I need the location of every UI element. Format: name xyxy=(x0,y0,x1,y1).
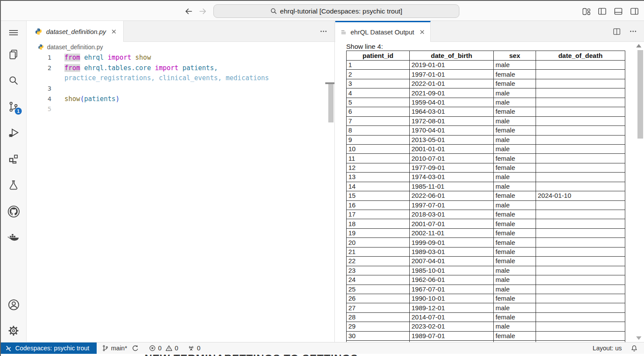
output-more-actions-button[interactable] xyxy=(628,27,638,36)
table-cell: male xyxy=(494,303,536,312)
table-cell: 2023-02-01 xyxy=(410,322,494,331)
radio-tower-icon xyxy=(188,345,195,352)
webview-scrollbar[interactable] xyxy=(637,50,643,139)
sidebar-item-source-control[interactable]: 1 xyxy=(7,100,20,113)
layout-indicator[interactable]: Layout: us xyxy=(593,342,622,354)
toggle-secondary-sidebar-button[interactable] xyxy=(629,6,640,17)
table-cell: 1989-12-01 xyxy=(410,303,494,312)
tab-dataset-definition[interactable]: dataset_definition.py xyxy=(27,21,124,42)
python-icon xyxy=(35,28,42,35)
editor-more-actions-button[interactable] xyxy=(319,27,328,36)
customize-layout-icon xyxy=(582,7,591,16)
table-cell: 17 xyxy=(347,210,410,219)
table-cell: 18 xyxy=(347,219,410,228)
scm-badge: 1 xyxy=(15,108,22,115)
bottom-clipped-strip: NEW TERMINAL SETTINGS TO SETTINGS xyxy=(0,354,644,356)
tab-close-button[interactable] xyxy=(110,27,118,35)
settings-button[interactable] xyxy=(7,324,20,337)
code-lines: 1from ehrql import show2from ehrql.table… xyxy=(27,53,334,115)
table-row: 112010-07-01female xyxy=(347,154,625,163)
table-cell xyxy=(536,200,625,210)
table-cell: 28 xyxy=(347,312,410,322)
table-row: 51959-04-01male xyxy=(347,98,625,107)
sidebar-item-docker[interactable] xyxy=(7,231,20,244)
table-cell: 21 xyxy=(347,247,410,256)
scrollbar-down-arrow[interactable] xyxy=(636,336,641,340)
table-cell: 27 xyxy=(347,303,410,312)
table-cell xyxy=(536,88,625,98)
sidebar-item-github[interactable] xyxy=(7,205,20,218)
column-header: date_of_death xyxy=(536,51,625,61)
application-menu-button[interactable] xyxy=(7,26,20,39)
sync-status[interactable] xyxy=(131,342,138,354)
forward-button[interactable] xyxy=(197,7,208,16)
table-cell xyxy=(536,266,625,275)
ellipsis-icon xyxy=(629,27,637,35)
table-row: 131974-03-01male xyxy=(347,173,625,182)
notifications-bell[interactable] xyxy=(631,342,638,354)
sidebar-item-extensions[interactable] xyxy=(7,153,20,166)
branch-status[interactable]: main* xyxy=(102,342,127,354)
table-cell: 2002-11-01 xyxy=(410,228,494,237)
table-cell: female xyxy=(494,294,536,303)
output-tab-close-button[interactable] xyxy=(418,28,426,36)
table-cell xyxy=(536,322,625,331)
layout-controls xyxy=(581,6,640,17)
table-cell: male xyxy=(494,88,536,98)
gear-icon xyxy=(7,325,20,337)
back-button[interactable] xyxy=(183,7,194,16)
line-text: practice_registrations, clinical_events,… xyxy=(64,73,269,84)
toggle-panel-button[interactable] xyxy=(613,6,624,17)
command-center[interactable]: ehrql-tutorial [Codespaces: psychic trou… xyxy=(213,4,459,18)
table-cell: 1999-09-01 xyxy=(410,238,494,247)
tab-ehrql-output[interactable]: ehrQL Dataset Output xyxy=(335,21,431,42)
table-cell: 15 xyxy=(347,191,410,200)
table-row: 251967-07-01male xyxy=(347,285,625,294)
table-row: 222007-04-01female xyxy=(347,257,625,266)
toggle-primary-sidebar-button[interactable] xyxy=(597,6,607,17)
table-cell: 2001-07-01 xyxy=(410,219,494,228)
table-row: 282014-07-01female xyxy=(347,312,625,322)
layout-label: Layout: us xyxy=(593,345,622,352)
ports-status[interactable]: 0 xyxy=(188,342,200,354)
table-cell xyxy=(536,154,625,163)
accounts-button[interactable] xyxy=(7,298,20,311)
table-header-row: patient_iddate_of_birthsexdate_of_death xyxy=(347,51,625,61)
table-cell: 1985-11-01 xyxy=(410,182,494,191)
table-cell: 2022-01-01 xyxy=(410,79,494,88)
sidebar-item-search[interactable] xyxy=(7,74,20,87)
table-cell xyxy=(536,228,625,237)
scrollbar-up-arrow[interactable] xyxy=(636,44,641,47)
sidebar-item-explorer[interactable] xyxy=(7,48,20,61)
remote-label: Codespaces: psychic trout xyxy=(15,345,89,352)
code-editor[interactable]: 1from ehrql import show2from ehrql.table… xyxy=(27,52,334,115)
table-cell: 5 xyxy=(347,98,410,107)
table-cell: 24 xyxy=(347,275,410,285)
table-cell: female xyxy=(494,257,536,266)
line-text: show(patients) xyxy=(64,94,119,105)
output-webview: Show line 4: patient_iddate_of_birthsexd… xyxy=(335,42,644,342)
customize-layout-button[interactable] xyxy=(581,6,591,17)
table-cell: male xyxy=(494,116,536,125)
table-cell: 2013-05-01 xyxy=(410,135,494,144)
breadcrumb[interactable]: dataset_definition.py xyxy=(27,42,334,52)
sidebar-item-testing[interactable] xyxy=(7,179,20,192)
table-cell: male xyxy=(494,61,536,70)
table-row: 292023-02-01male xyxy=(347,322,625,331)
table-cell: female xyxy=(494,219,536,228)
editor-scrollbar[interactable] xyxy=(328,84,334,122)
code-line: 5 xyxy=(27,104,334,115)
editor-group: dataset_definition.py dataset_definition… xyxy=(27,21,334,342)
docker-whale-icon xyxy=(7,231,20,244)
remote-indicator[interactable]: Codespaces: psychic trout xyxy=(0,342,97,354)
table-row: 211989-03-01female xyxy=(347,247,625,256)
status-bar: Codespaces: psychic trout main* 0 0 0 La… xyxy=(0,342,644,354)
clipped-text-left: NEW TERMINAL xyxy=(145,354,231,356)
close-icon xyxy=(111,29,116,34)
table-cell: 1974-03-01 xyxy=(410,173,494,182)
python-icon-small xyxy=(38,44,44,50)
code-line: 4show(patients) xyxy=(27,94,334,105)
sidebar-item-run-debug[interactable] xyxy=(7,126,20,139)
split-editor-button[interactable] xyxy=(612,27,621,36)
problems-status[interactable]: 0 0 xyxy=(149,342,178,354)
